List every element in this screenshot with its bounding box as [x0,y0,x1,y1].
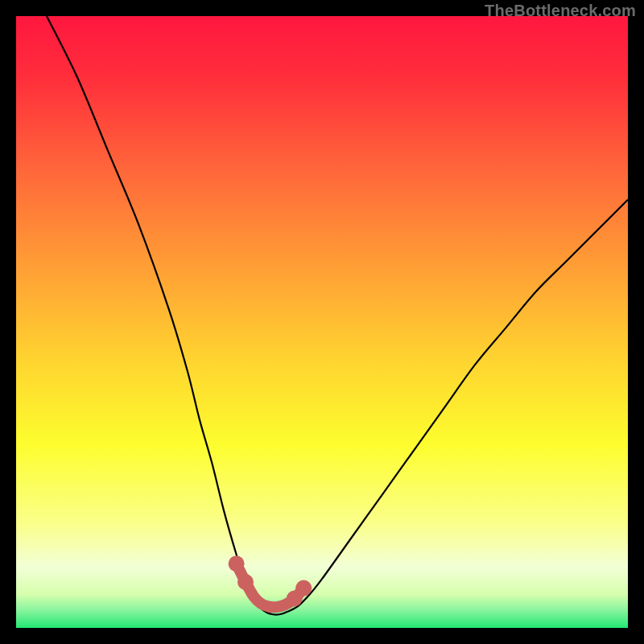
chart-background-gradient [16,16,628,628]
chart-plot-area [16,16,628,628]
optimal-range-dot [229,555,245,572]
chart-svg [16,16,628,628]
optimal-range-dot [295,580,312,597]
optimal-range-dot [237,574,254,590]
outer-frame: TheBottleneck.com [0,0,644,644]
